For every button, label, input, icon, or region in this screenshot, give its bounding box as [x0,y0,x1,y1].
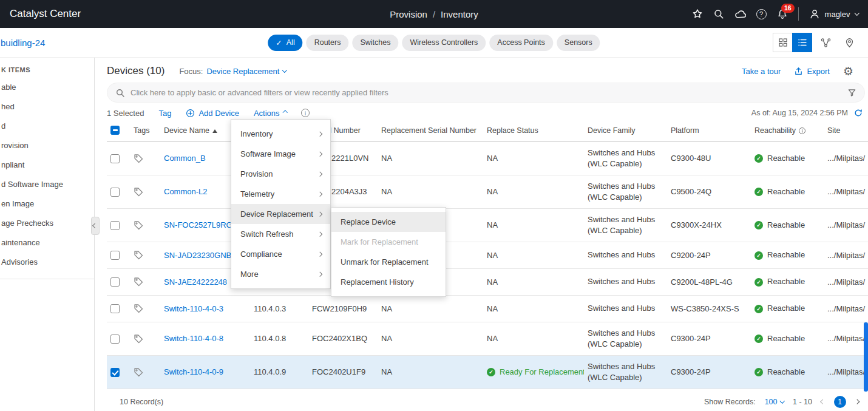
add-device-button[interactable]: Add Device [186,109,239,118]
breadcrumb-separator: / [433,9,435,19]
device-name-link[interactable]: SN-JAE24222248 [164,277,227,287]
search-input[interactable] [131,88,842,97]
app-header: Catalyst Center Provision / Inventory ? … [0,0,868,28]
row-checkbox[interactable] [110,335,120,344]
submenu-item-replacement-history[interactable]: Replacement History [331,272,446,292]
device-family-cell: Switches and Hubs(WLC Capable) [584,141,667,175]
breadcrumb-page: Inventory [441,9,478,19]
grid-view-toggle[interactable] [773,33,793,52]
menu-item-software-image[interactable]: Software Image [231,144,330,164]
chip-access-points[interactable]: Access Points [489,35,553,51]
sidebar-item[interactable]: able [1,77,94,97]
show-records-select[interactable]: 100 [765,398,784,406]
sidebar-item[interactable]: Advisories [1,252,94,271]
menu-item-telemetry[interactable]: Telemetry [231,184,330,204]
menu-item-compliance[interactable]: Compliance [231,244,330,264]
next-page-button[interactable] [854,399,859,404]
page-title: Devices (10) [107,65,164,77]
favorites-star-icon[interactable] [692,8,703,19]
topology-view-toggle[interactable] [816,33,836,52]
sidebar-item[interactable]: age Prechecks [1,213,94,233]
select-all-checkbox[interactable] [110,126,120,135]
sidebar-item[interactable]: rovision [1,135,94,155]
sidebar-item[interactable]: en Image [1,194,94,213]
prev-page-button[interactable] [821,399,826,404]
chip-all[interactable]: ✓ All [268,35,302,51]
device-name-link[interactable]: SN-FOC2527L9RG [164,220,232,229]
site-selector[interactable]: buidling-24 [0,38,45,48]
device-name-link[interactable]: Switch-110-4-0-3 [164,304,223,313]
col-reachability[interactable]: Reachability [751,120,824,141]
device-name-link[interactable]: Common_B [164,154,206,163]
chip-wireless-controllers[interactable]: Wireless Controllers [402,35,486,51]
sidebar-collapse-handle[interactable] [91,217,100,235]
chip-sensors[interactable]: Sensors [557,35,600,51]
row-checkbox[interactable] [110,304,120,313]
menu-item-more[interactable]: More [231,264,330,284]
reachable-status-icon: ✓ [754,188,763,196]
col-platform[interactable]: Platform [667,120,751,141]
help-icon[interactable]: ? [756,9,767,19]
actions-dropdown-button[interactable]: Actions [254,109,287,118]
col-site[interactable]: Site [824,120,868,141]
refresh-icon[interactable] [853,108,863,118]
vertical-scrollbar-thumb[interactable] [864,322,868,392]
row-checkbox[interactable] [110,154,120,163]
table-header-row: Tags Device Name IP Address Serial Numbe… [107,120,868,141]
chip-switches[interactable]: Switches [352,35,398,51]
current-page-button[interactable]: 1 [834,396,846,408]
col-replace-status[interactable]: Replace Status [483,120,584,141]
chevron-right-icon [317,152,322,157]
list-view-toggle[interactable] [792,33,812,52]
notifications-bell-icon[interactable]: 16 [777,8,788,19]
replace-status-cell: NA [483,141,584,175]
submenu-item-replace-device[interactable]: Replace Device [331,212,446,232]
table-row: SN-FOC2527L9RG NA NA Switches and Hubs(W… [107,208,868,242]
table-row: SN-JAD23230GNB NA NA Switches and Hubs C… [107,242,868,268]
export-button[interactable]: Export [794,67,830,76]
focus-dropdown[interactable]: Device Replacement [206,67,279,76]
device-name-link[interactable]: Switch-110-4-0-9 [164,367,223,376]
cloud-icon[interactable] [734,8,746,20]
search-icon[interactable] [713,8,724,19]
chip-routers[interactable]: Routers [307,35,349,51]
platform-cell: C9300-24P [667,355,751,389]
filter-search-bar[interactable] [107,83,865,103]
device-type-chips: ✓ All Routers Switches Wireless Controll… [268,35,600,51]
col-tags[interactable]: Tags [130,120,160,141]
sidebar-item[interactable]: d [1,116,94,135]
user-menu[interactable]: maglev [809,8,858,19]
breadcrumb-section[interactable]: Provision [390,9,427,19]
site-cell: .../Milpitas/ [824,242,868,268]
site-cell: .../Milpitas/ [824,322,868,355]
submenu-item-unmark-for-replacement[interactable]: Unmark for Replacement [331,252,446,272]
menu-item-inventory[interactable]: Inventory [231,124,330,144]
as-of-timestamp: As of: Aug 15, 2024 2:56 PM [751,109,848,117]
row-checkbox[interactable] [110,188,120,197]
take-a-tour-link[interactable]: Take a tour [742,67,781,76]
row-checkbox[interactable] [110,251,120,260]
device-name-link[interactable]: SN-JAD23230GNB [164,251,231,260]
filter-funnel-icon[interactable] [847,88,856,97]
sidebar-item[interactable]: hed [1,97,94,116]
menu-item-device-replacement[interactable]: Device Replacement [231,204,330,224]
tag-button[interactable]: Tag [158,109,171,118]
col-device-family[interactable]: Device Family [584,120,667,141]
work-items-sidebar: K ITEMS able hed d rovision npliant d So… [0,58,95,411]
menu-item-switch-refresh[interactable]: Switch Refresh [231,224,330,244]
replace-status-cell: NA [483,242,584,268]
row-checkbox[interactable] [110,277,120,287]
info-icon[interactable]: i [301,109,310,117]
row-checkbox[interactable] [110,221,120,230]
col-replacement-serial[interactable]: Replacement Serial Number [378,120,483,141]
sidebar-item[interactable]: d Software Image [1,174,94,194]
serial-cell: FOC2402X1BQ [308,322,378,355]
settings-gear-icon[interactable]: ⚙ [843,66,853,77]
device-name-link[interactable]: Common-L2 [164,187,208,196]
row-checkbox[interactable] [110,368,120,377]
map-view-toggle[interactable] [839,33,860,52]
sidebar-item[interactable]: aintenance [1,233,94,252]
device-name-link[interactable]: Switch-110-4-0-8 [164,334,223,343]
menu-item-provision[interactable]: Provision [231,164,330,184]
sidebar-item[interactable]: npliant [1,155,94,174]
